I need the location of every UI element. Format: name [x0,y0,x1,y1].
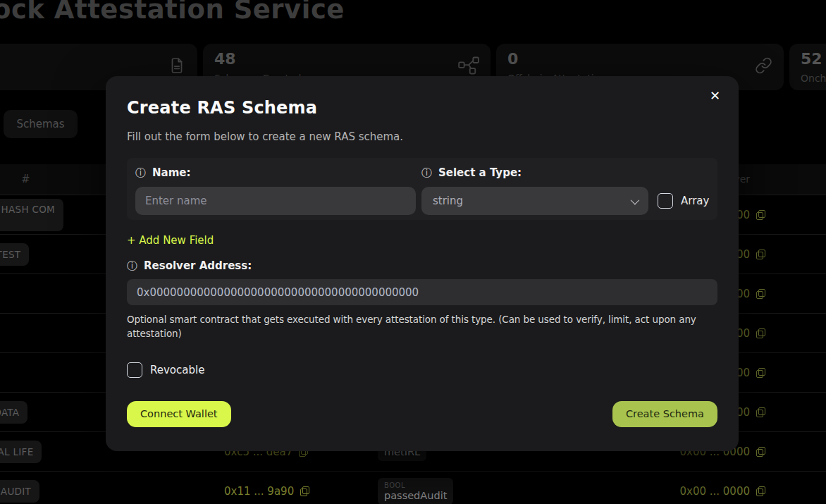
type-label: Select a Type: [438,166,522,179]
name-input[interactable] [135,187,416,215]
stat-value: 0 [507,50,518,68]
table-row: CT AUDIT 0x11 ... 9a90 BOOL passedAudit … [0,472,826,504]
stat-label: Onchain Attestations [801,73,826,84]
copy-icon[interactable] [756,407,765,417]
stat-card-onchain: 52 Onchain Attestations [789,44,826,90]
type-select-value: string [433,195,463,207]
resolver-value: 0x00 ... 0000 [679,485,750,498]
schema-field-group: ⓘ Name: ⓘ Select a Type: string Array [127,158,717,220]
document-icon [168,56,186,78]
copy-icon[interactable] [756,328,765,338]
array-checkbox[interactable] [658,193,673,209]
copy-icon[interactable] [756,368,765,378]
create-schema-button[interactable]: Create Schema [612,401,717,427]
add-new-field-button[interactable]: + Add New Field [127,234,214,247]
field-name: passedAudit [384,490,447,501]
page-title: ock Attestation Service [0,0,345,25]
link-icon [755,57,772,78]
resolver-address-input[interactable] [127,279,717,305]
type-select[interactable]: string [421,187,648,215]
revocable-label: Revocable [150,364,204,376]
schema-name-badge: CT AUDIT [0,480,39,503]
resolver-help-text: Optional smart contract that gets execut… [127,313,699,341]
info-icon: ⓘ [135,168,146,178]
resolver-address-link[interactable]: 0x00 ... 0000 [679,485,765,498]
stat-value: 52 [801,50,822,68]
schema-field-chip: BOOL passedAudit [378,478,453,504]
schema-name-badge: NT HASH COM [0,199,63,231]
tab-schemas[interactable]: Schemas [4,110,78,138]
create-ras-schema-modal: ✕ Create RAS Schema Fill out the form be… [106,76,739,451]
info-icon: ⓘ [421,168,432,178]
chevron-down-icon [631,195,640,204]
copy-icon[interactable] [756,486,765,496]
schema-uid-link[interactable]: 0x11 ... 9a90 [224,485,309,498]
connect-wallet-button[interactable]: Connect Wallet [127,401,231,427]
schema-name-badge: A_TEST [0,243,29,266]
revocable-checkbox[interactable] [127,362,142,378]
copy-icon[interactable] [756,250,765,259]
info-icon: ⓘ [127,261,137,271]
schema-uid-text: 0x11 ... 9a90 [224,485,294,498]
column-header-number: # [21,173,30,185]
field-type-tag: BOOL [384,481,447,489]
name-label-row: ⓘ Name: [135,166,416,179]
schema-name-badge: REAL LIFE [0,441,42,463]
close-icon[interactable]: ✕ [708,88,722,104]
name-label: Name: [152,166,190,179]
copy-icon[interactable] [300,486,309,496]
modal-title: Create RAS Schema [127,76,717,118]
resolver-label-row: ⓘ Resolver Address: [127,259,717,272]
network-icon [458,56,479,78]
copy-icon[interactable] [756,447,765,457]
resolver-address-label: Resolver Address: [144,259,252,272]
schema-name-badge: E DATA [0,401,27,424]
array-label: Array [681,195,709,207]
stat-value: 48 [214,50,236,68]
copy-icon[interactable] [756,210,765,220]
type-label-row: ⓘ Select a Type: [421,166,709,179]
copy-icon[interactable] [756,289,765,299]
modal-subtitle: Fill out the form below to create a new … [127,130,717,143]
